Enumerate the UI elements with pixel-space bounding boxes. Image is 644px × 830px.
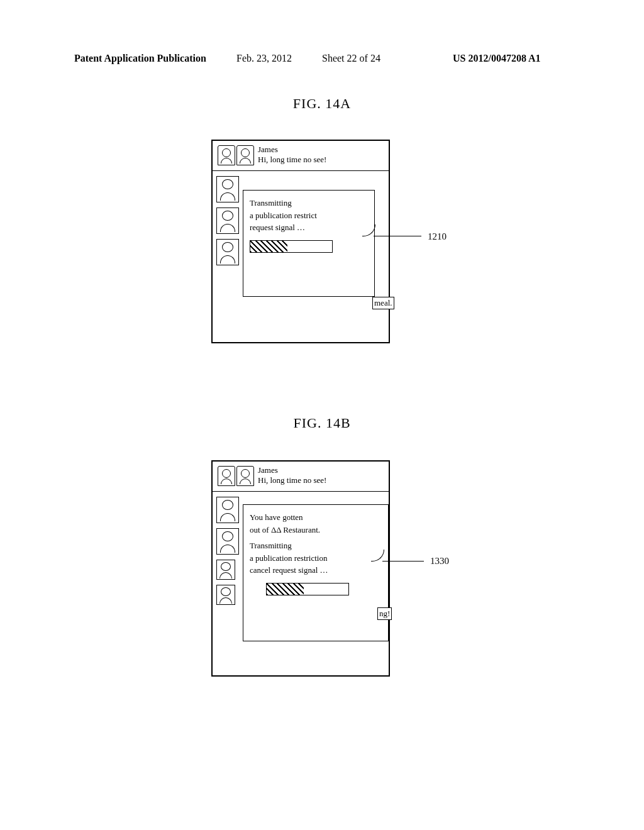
- post-header-14a: James Hi, long time no see!: [213, 141, 389, 171]
- popup-line: You have gotten: [250, 511, 382, 524]
- background-text-peek: ng!: [377, 607, 392, 620]
- progress-bar: [250, 240, 333, 253]
- figure-label-14b: FIG. 14B: [0, 415, 644, 431]
- device-screen-14b: James Hi, long time no see! You have got…: [211, 460, 390, 677]
- avatar-icon: [218, 466, 235, 486]
- avatar-icon: [236, 145, 254, 165]
- contact-thumb-icon: [216, 497, 239, 523]
- popup-line: Transmitting: [250, 197, 368, 209]
- header-sheet: Sheet 22 of 24: [322, 53, 380, 64]
- popup-line: request signal …: [250, 221, 368, 234]
- popup-line: Transmitting: [250, 540, 382, 552]
- device-screen-14a: James Hi, long time no see! Transmitting…: [211, 140, 390, 343]
- popup-line: cancel request signal …: [250, 564, 382, 577]
- contact-thumb-icon: [216, 239, 239, 265]
- leader-line: [382, 561, 424, 562]
- progress-fill: [267, 584, 304, 595]
- post-body: Hi, long time no see!: [258, 155, 326, 165]
- callout-ref-1210: 1210: [428, 231, 447, 242]
- post-text: James Hi, long time no see!: [258, 465, 326, 486]
- header-pub-type: Patent Application Publication: [74, 53, 206, 64]
- popup-line: out of ΔΔ Restaurant.: [250, 524, 382, 536]
- contact-thumb-icon: [216, 176, 239, 202]
- post-header-14b: James Hi, long time no see!: [213, 462, 389, 492]
- progress-bar: [266, 583, 349, 595]
- contact-sidebar: [216, 497, 239, 605]
- contact-thumb-icon: [216, 208, 239, 234]
- popup-line: a publication restriction: [250, 552, 382, 565]
- cancel-popup-14b: You have gotten out of ΔΔ Restaurant. Tr…: [243, 504, 389, 641]
- contact-thumb-icon: [216, 528, 239, 555]
- avatar-icon: [218, 145, 235, 165]
- transmitting-popup-14a: Transmitting a publication restrict requ…: [243, 190, 375, 297]
- post-author: James: [258, 145, 326, 155]
- post-text: James Hi, long time no see!: [258, 145, 326, 165]
- leader-line: [374, 236, 421, 236]
- progress-fill: [250, 241, 287, 252]
- contact-thumb-icon: [216, 585, 235, 605]
- post-author: James: [258, 465, 326, 475]
- contact-sidebar: [216, 176, 239, 265]
- header-date: Feb. 23, 2012: [236, 53, 292, 64]
- post-body: Hi, long time no see!: [258, 475, 326, 485]
- background-text-peek: meal.: [372, 297, 394, 309]
- contact-thumb-icon: [216, 560, 235, 580]
- avatar-icon: [236, 466, 254, 486]
- header-pub-number: US 2012/0047208 A1: [453, 53, 541, 64]
- popup-line: a publication restrict: [250, 209, 368, 222]
- figure-label-14a: FIG. 14A: [0, 96, 644, 112]
- avatar-pair-icon: [218, 465, 254, 486]
- callout-ref-1330: 1330: [430, 556, 449, 567]
- avatar-pair-icon: [218, 145, 254, 165]
